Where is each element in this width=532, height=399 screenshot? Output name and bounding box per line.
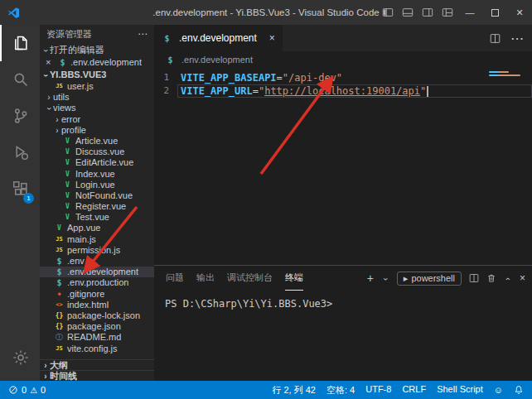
tree-item-vite.config.js[interactable]: JSvite.config.js	[40, 344, 154, 354]
file-label: package.json	[67, 321, 121, 332]
file-label: utils	[53, 92, 70, 103]
tree-item-permission.js[interactable]: JSpermission.js	[40, 245, 154, 256]
customize-layout-icon[interactable]	[438, 0, 457, 25]
close-editor-icon[interactable]: ×	[46, 57, 56, 67]
tree-item-error[interactable]: ›error	[40, 114, 154, 125]
notifications-bell-icon[interactable]	[514, 385, 524, 395]
kill-terminal-icon[interactable]	[486, 273, 496, 283]
sidebar-title: 资源管理器	[46, 28, 92, 41]
tree-item-readme.md[interactable]: ⓘREADME.md	[40, 332, 154, 343]
close-panel-icon[interactable]: ×	[520, 272, 525, 284]
tree-item-.env[interactable]: $.env	[40, 256, 154, 267]
timeline-section-header[interactable]: › 时间线	[40, 370, 154, 381]
file-label: Register.vue	[75, 201, 126, 212]
search-icon[interactable]	[0, 61, 40, 98]
tree-item-index.html[interactable]: <>index.html	[40, 300, 154, 310]
minimap[interactable]	[489, 71, 525, 78]
explorer-sidebar: 资源管理器 ⋯ › 打开的编辑器 × $ .env.development › …	[40, 25, 154, 381]
panel-tab-terminal[interactable]: 终端	[285, 266, 303, 291]
maximize-button[interactable]	[482, 0, 507, 25]
chevron-down-icon: ›	[41, 46, 51, 55]
breadcrumb-file: .env.development	[181, 55, 253, 65]
project-root-header[interactable]: › YI.BBS.VUE3	[40, 68, 154, 81]
code-line-2[interactable]: 2VITE_APP_URL="http://localhost:19001/ap…	[154, 84, 532, 98]
vue-file-icon: V	[62, 147, 73, 157]
workbench: 1 资源管理器 ⋯ › 打开的编辑器 × $ .env.development …	[0, 25, 532, 381]
js-file-icon: JS	[54, 344, 65, 354]
status-item-language-mode[interactable]: Shell Script	[437, 384, 483, 397]
source-control-icon[interactable]	[0, 98, 40, 134]
explorer-actions-icon[interactable]: ⋯	[138, 28, 148, 40]
tree-item-register.vue[interactable]: VRegister.vue	[40, 201, 154, 212]
run-debug-icon[interactable]	[0, 134, 40, 171]
file-label: NotFound.vue	[75, 190, 133, 201]
tree-item-utils[interactable]: ›utils	[40, 92, 154, 103]
open-editors-header[interactable]: › 打开的编辑器	[40, 43, 154, 56]
chevron-down-icon[interactable]: ›	[381, 275, 390, 283]
tree-item-main.js[interactable]: JSmain.js	[40, 234, 154, 245]
breadcrumb[interactable]: $ .env.development	[154, 51, 532, 68]
tree-item-package.json[interactable]: {}package.json	[40, 321, 154, 332]
tree-item-.gitignore[interactable]: ◆.gitignore	[40, 289, 154, 300]
feedback-smiley-icon[interactable]: ☺	[494, 385, 503, 395]
tab-close-icon[interactable]: ×	[269, 32, 275, 44]
tree-item-notfound.vue[interactable]: VNotFound.vue	[40, 190, 154, 201]
outline-section-header[interactable]: › 大纲	[40, 359, 154, 370]
window-controls: — ✕	[378, 0, 532, 25]
toggle-secondary-sidebar-icon[interactable]	[418, 0, 438, 25]
status-item-encoding[interactable]: UTF-8	[365, 384, 391, 397]
file-label: Article.vue	[75, 136, 118, 147]
problems-status[interactable]: 0 ⚠ 0	[8, 385, 46, 395]
tree-item-index.vue[interactable]: VIndex.vue	[40, 169, 154, 180]
panel-tabs: 问题输出调试控制台终端	[166, 266, 316, 291]
minimize-button[interactable]: —	[457, 0, 482, 25]
tree-item-views[interactable]: ›views	[40, 103, 154, 113]
tree-item-article.vue[interactable]: VArticle.vue	[40, 136, 154, 147]
toggle-panel-icon[interactable]	[398, 0, 418, 25]
window-title: .env.development - Yi.BBS.Vue3 - Visual …	[152, 7, 379, 17]
tree-item-.env.development[interactable]: $.env.development	[40, 267, 154, 277]
tab-env-development[interactable]: $ .env.development ×	[154, 25, 283, 51]
tree-item-test.vue[interactable]: VTest.vue	[40, 212, 154, 223]
file-label: views	[53, 103, 76, 113]
terminal-output[interactable]: PS D:\CSharp\Yi\Yi.BBS.Vue3>	[154, 291, 532, 381]
split-terminal-icon[interactable]	[469, 273, 479, 283]
file-label: index.html	[67, 300, 109, 310]
split-editor-icon[interactable]	[490, 33, 501, 44]
terminal-shell-selector[interactable]: ▸ powershell	[397, 272, 462, 286]
extensions-icon[interactable]: 1	[0, 171, 40, 207]
maximize-panel-icon[interactable]: ›	[503, 275, 512, 283]
tree-item-login.vue[interactable]: VLogin.vue	[40, 180, 154, 190]
chevron-down-icon: ›	[41, 71, 51, 79]
tree-item-app.vue[interactable]: VApp.vue	[40, 223, 154, 233]
close-button[interactable]: ✕	[507, 0, 532, 25]
tree-item-discuss.vue[interactable]: VDiscuss.vue	[40, 147, 154, 157]
file-label: error	[61, 114, 80, 125]
tree-item-editarticle.vue[interactable]: VEditArticle.vue	[40, 157, 154, 168]
tree-item-package-lock.json[interactable]: {}package-lock.json	[40, 310, 154, 321]
file-label: profile	[61, 125, 86, 136]
chevron-right-icon: ›	[45, 92, 53, 103]
file-tree: JSuser.js›utils›views›error›profileVArti…	[40, 81, 154, 359]
explorer-icon[interactable]	[0, 25, 40, 61]
panel-tab-problems[interactable]: 问题	[166, 266, 184, 291]
error-count: 0	[22, 385, 27, 395]
title-bar: .env.development - Yi.BBS.Vue3 - Visual …	[0, 0, 532, 25]
tree-item-profile[interactable]: ›profile	[40, 125, 154, 136]
more-actions-icon[interactable]: ⋯	[510, 31, 524, 46]
panel-tab-debug-console[interactable]: 调试控制台	[227, 266, 273, 291]
tree-item-user.js[interactable]: JSuser.js	[40, 81, 154, 92]
code-editor[interactable]: 1VITE_APP_BASEAPI="/api-dev"2VITE_APP_UR…	[154, 68, 532, 265]
settings-gear-icon[interactable]	[0, 339, 40, 376]
code-line-1[interactable]: 1VITE_APP_BASEAPI="/api-dev"	[154, 71, 532, 84]
vue-file-icon: V	[62, 136, 73, 147]
status-item-indentation[interactable]: 空格: 4	[326, 384, 355, 397]
tree-item-.env.production[interactable]: $.env.production	[40, 277, 154, 288]
status-item-cursor-position[interactable]: 行 2, 列 42	[272, 384, 316, 397]
new-terminal-icon[interactable]: +	[367, 272, 374, 285]
panel-tab-output[interactable]: 输出	[196, 266, 215, 291]
toggle-sidebar-icon[interactable]	[378, 0, 398, 25]
status-item-eol[interactable]: CRLF	[402, 384, 426, 397]
open-editor-item[interactable]: × $ .env.development	[40, 56, 154, 68]
activity-bar: 1	[0, 25, 40, 381]
